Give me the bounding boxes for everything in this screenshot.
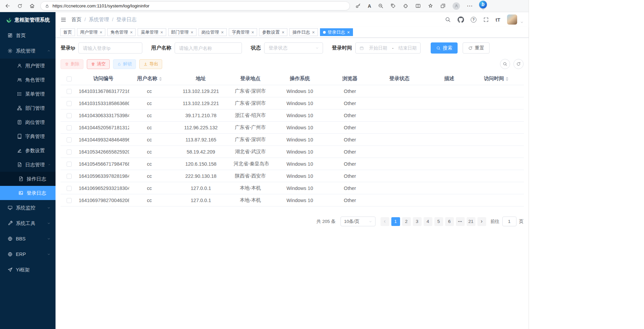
page-button-5[interactable]: 5 <box>434 217 443 226</box>
row-checkbox[interactable] <box>67 89 72 94</box>
reset-button[interactable]: 重置 <box>463 42 490 54</box>
sidebar-item-role-management[interactable]: 角色管理 <box>0 73 56 87</box>
tab-user-management[interactable]: 用户管理× <box>77 28 105 36</box>
table-row[interactable]: 1641044520567181312 cc 112.96.225.132 广东… <box>61 122 524 134</box>
sidebar-item-param-settings[interactable]: 参数设置 <box>0 143 56 158</box>
password-manager-button[interactable] <box>355 3 361 9</box>
page-button-4[interactable]: 4 <box>424 217 432 226</box>
sidebar-item-menu-management[interactable]: 菜单管理 <box>0 87 56 101</box>
tab-dict-management[interactable]: 字典管理× <box>229 28 257 36</box>
col-access-time[interactable]: 访问时间 <box>468 72 524 85</box>
font-size-button[interactable]: tT <box>496 17 500 23</box>
row-checkbox[interactable] <box>67 186 72 191</box>
sidebar-toggle-button[interactable] <box>60 17 67 23</box>
select-all-checkbox[interactable] <box>67 76 72 81</box>
tab-login-log[interactable]: 登录日志× <box>320 28 353 36</box>
table-row[interactable]: 1641059633978281984 cc 222.90.130.18 陕西省… <box>61 170 524 182</box>
read-aloud-button[interactable]: A <box>368 3 371 9</box>
github-button[interactable] <box>458 17 464 23</box>
browser-menu-button[interactable]: ⋯ <box>467 3 472 9</box>
address-bar[interactable]: https://ccnetcore.com:1101/system/log/lo… <box>40 1 350 10</box>
tab-post-management[interactable]: 岗位管理× <box>199 28 227 36</box>
page-ellipsis-button[interactable]: ••• <box>456 217 465 226</box>
sidebar-item-bbs[interactable]: BBS <box>0 231 56 246</box>
sidebar-item-yi-framework[interactable]: Yi框架 <box>0 262 56 277</box>
row-checkbox[interactable] <box>67 162 72 167</box>
clear-button[interactable]: 清空 <box>87 59 110 69</box>
extensions-button[interactable] <box>403 3 408 9</box>
copilot-button[interactable]: b <box>479 1 487 11</box>
tab-role-management[interactable]: 角色管理× <box>107 28 136 36</box>
breadcrumb-item[interactable]: 系统管理 <box>89 17 109 23</box>
page-button-2[interactable]: 2 <box>402 217 411 226</box>
tab-close-icon[interactable]: × <box>160 30 163 35</box>
tab-home[interactable]: 首页 <box>60 28 75 36</box>
sidebar-item-system-tools[interactable]: 系统工具 <box>0 216 56 231</box>
sort-caret[interactable] <box>506 77 508 81</box>
tab-menu-management[interactable]: 菜单管理× <box>138 28 166 36</box>
refresh-button[interactable] <box>17 3 23 9</box>
sidebar-item-post-management[interactable]: 岗位管理 <box>0 115 56 129</box>
help-button[interactable]: ? <box>471 17 476 23</box>
sidebar-item-login-log[interactable]: 登录日志 <box>0 186 56 200</box>
export-button[interactable]: 导出 <box>139 59 162 69</box>
tab-close-icon[interactable]: × <box>221 30 224 35</box>
fullscreen-button[interactable] <box>483 17 489 23</box>
prev-page-button[interactable]: ‹ <box>381 217 389 226</box>
home-button[interactable] <box>29 3 35 9</box>
login-ip-input[interactable] <box>78 42 142 54</box>
sidebar-item-system-management[interactable]: 系统管理 <box>0 43 56 59</box>
table-row[interactable]: 1641053426655825920 cc 58.19.42.209 湖北省-… <box>61 146 524 158</box>
tab-close-icon[interactable]: × <box>100 30 102 35</box>
browser-profile-button[interactable] <box>453 2 460 10</box>
row-checkbox[interactable] <box>67 101 72 106</box>
tab-close-icon[interactable]: × <box>347 30 350 35</box>
table-row[interactable]: 1641031367863177216 cc 113.102.129.221 广… <box>61 85 524 97</box>
page-button-1[interactable]: 1 <box>391 217 400 226</box>
table-row[interactable]: 1641069798270046208 cc 127.0.0.1 本地-本机 W… <box>61 194 524 206</box>
tab-close-icon[interactable]: × <box>312 30 315 35</box>
row-checkbox[interactable] <box>67 113 72 118</box>
row-checkbox[interactable] <box>67 125 72 130</box>
page-size-select[interactable]: 10条/页 <box>341 217 375 226</box>
sidebar-item-system-monitor[interactable]: 系统监控 <box>0 200 56 216</box>
next-page-button[interactable]: › <box>477 217 486 226</box>
sidebar-item-operation-log[interactable]: 操作日志 <box>0 172 56 186</box>
table-row[interactable]: 1641054566717984768 cc 120.6.150.158 河北省… <box>61 158 524 170</box>
zoom-button[interactable] <box>378 3 384 9</box>
sidebar-item-home[interactable]: 首页 <box>0 28 56 43</box>
shopping-button[interactable] <box>390 3 396 9</box>
toggle-search-button[interactable] <box>500 59 510 69</box>
sort-caret[interactable] <box>159 77 162 81</box>
row-checkbox[interactable] <box>67 198 72 203</box>
page-button-3[interactable]: 3 <box>413 217 422 226</box>
table-row[interactable]: 1641031533185863680 cc 113.102.129.221 广… <box>61 97 524 109</box>
page-button-21[interactable]: 21 <box>467 217 475 226</box>
row-checkbox[interactable] <box>67 174 72 179</box>
status-select[interactable]: 登录状态 <box>264 42 323 54</box>
table-row[interactable]: 1641043063331753984 cc 39.171.210.78 浙江省… <box>61 109 524 122</box>
tab-close-icon[interactable]: × <box>282 30 284 35</box>
table-row[interactable]: 1641069652933218304 cc 127.0.0.1 本地-本机 W… <box>61 182 524 194</box>
tab-param-settings[interactable]: 参数设置× <box>259 28 287 36</box>
row-checkbox[interactable] <box>67 150 72 155</box>
login-time-range-picker[interactable]: 开始日期 - 结束日期 <box>355 42 421 54</box>
header-search-button[interactable] <box>445 17 451 23</box>
tab-close-icon[interactable]: × <box>130 30 133 35</box>
sidebar-item-dept-management[interactable]: 部门管理 <box>0 101 56 115</box>
split-screen-button[interactable] <box>415 3 421 9</box>
collections-button[interactable] <box>440 3 446 9</box>
back-button[interactable] <box>5 3 10 9</box>
user-name-input[interactable] <box>175 42 242 54</box>
sidebar-item-log-management[interactable]: 日志管理 <box>0 158 56 172</box>
tab-close-icon[interactable]: × <box>191 30 193 35</box>
breadcrumb-item[interactable]: 首页 <box>71 17 81 23</box>
row-checkbox[interactable] <box>67 137 72 142</box>
delete-button[interactable]: 删除 <box>61 59 83 69</box>
page-button-6[interactable]: 6 <box>445 217 454 226</box>
unlock-button[interactable]: 解锁 <box>113 59 136 69</box>
user-avatar[interactable] <box>507 14 517 25</box>
tab-dept-management[interactable]: 部门管理× <box>168 28 196 36</box>
table-row[interactable]: 1641044993248464896 cc 113.87.92.165 广东省… <box>61 134 524 146</box>
goto-page-input[interactable] <box>502 217 516 226</box>
